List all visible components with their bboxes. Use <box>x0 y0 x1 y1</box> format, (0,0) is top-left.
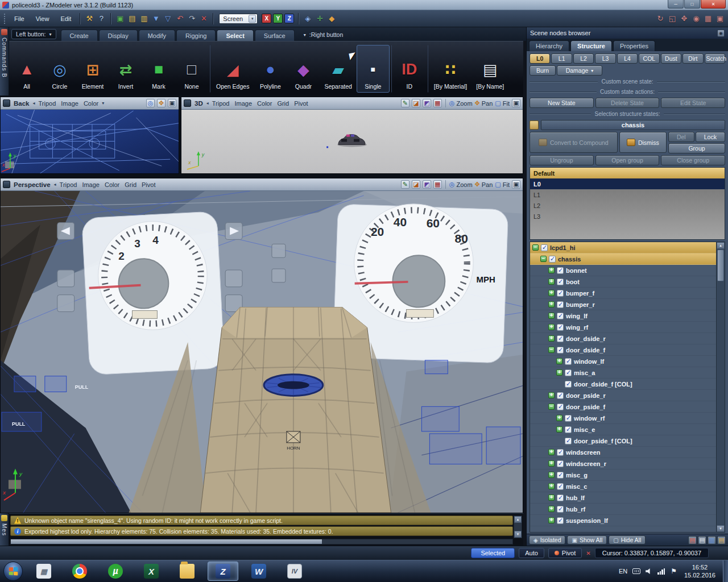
tools-icon[interactable]: ⚒ <box>84 13 95 24</box>
tree-expander-icon[interactable]: + <box>548 290 555 296</box>
tree-expander-icon[interactable]: + <box>548 335 555 342</box>
scrollbar-thumb[interactable] <box>717 250 724 281</box>
tree-node-row[interactable]: + wing_rf <box>530 322 716 333</box>
clear-cursor-icon[interactable] <box>586 550 590 556</box>
perspective-viewport-label[interactable]: Perspective <box>14 181 51 188</box>
3d-viewport-content[interactable]: y x <box>181 110 523 173</box>
screen-mode-select[interactable]: Screen <box>219 14 258 24</box>
tree-node-row[interactable]: + misc_c <box>530 481 716 492</box>
state-default[interactable]: Default <box>530 168 725 178</box>
tab-display[interactable]: Display <box>99 30 138 41</box>
menu-view[interactable]: View <box>31 14 55 24</box>
tree-expander-icon[interactable]: + <box>548 472 555 478</box>
scroll-up-icon[interactable] <box>717 242 725 249</box>
select-single-tool[interactable]: ▪ Single <box>357 45 390 93</box>
new-state-button[interactable]: New State <box>530 98 594 108</box>
tree-expander-icon[interactable]: + <box>548 494 555 501</box>
tab-create[interactable]: Create <box>61 30 98 41</box>
panel-header[interactable]: Scene nodes browser <box>527 27 728 39</box>
state-l3[interactable]: L3 <box>530 211 725 222</box>
tree-node-row[interactable]: door_dside_f [COL] <box>530 379 716 390</box>
select-all-tool[interactable]: ▲ All <box>10 45 43 93</box>
tree-node-checkbox[interactable] <box>557 392 564 399</box>
lod-col-button[interactable]: COL <box>639 53 659 64</box>
tree-node-row[interactable]: + hub_lf <box>530 492 716 504</box>
messages-bar-tab-label[interactable]: Mes <box>1 523 7 536</box>
tree-node-checkbox[interactable] <box>557 278 564 285</box>
left-button-dropdown[interactable]: Left button: <box>11 29 56 39</box>
back-menu-image[interactable]: Image <box>61 100 78 107</box>
tree-node-row[interactable]: − door_pside_f <box>530 401 716 413</box>
viewport-icon[interactable] <box>3 99 10 107</box>
perspective-viewport-content[interactable]: 2 3 4 20 40 60 80 <box>1 191 523 513</box>
gold-page-icon[interactable]: ▤ <box>717 536 726 544</box>
start-button[interactable] <box>3 562 23 581</box>
select-element-tool[interactable]: ⊞ Element <box>76 45 109 93</box>
tree-expander-icon[interactable]: − <box>548 347 555 353</box>
3d-menu-tripod[interactable]: Tripod <box>212 100 230 107</box>
state-l0[interactable]: L0 <box>530 178 725 189</box>
viewport-collapse-icon[interactable] <box>54 182 56 187</box>
orbit-view-icon[interactable]: ◉ <box>690 13 702 24</box>
snap-icon[interactable]: ◆ <box>326 13 337 24</box>
delete-icon[interactable]: ✕ <box>198 13 209 24</box>
tree-expander-icon[interactable]: + <box>548 460 555 467</box>
lod-dirt-button[interactable]: Dirt <box>682 53 703 64</box>
tree-expander-icon[interactable]: + <box>548 517 555 523</box>
redo-icon[interactable]: ↷ <box>186 13 197 24</box>
pin-panel-icon[interactable] <box>717 30 725 37</box>
paint-mode-icon[interactable] <box>412 180 420 189</box>
close-button[interactable] <box>701 0 726 9</box>
tree-node-row[interactable]: + misc_a <box>530 367 716 379</box>
tree-node-checkbox[interactable] <box>565 369 572 376</box>
tree-node-row[interactable]: + misc_g <box>530 469 716 481</box>
select-none-tool[interactable]: □ None <box>175 45 208 93</box>
select-mark-tool[interactable]: ■ Mark <box>142 45 175 93</box>
isolated-button[interactable]: Isolated <box>529 535 565 544</box>
tree-node-checkbox[interactable] <box>557 301 564 308</box>
ungroup-button[interactable]: Ungroup <box>530 155 594 165</box>
tree-node-checkbox[interactable] <box>557 517 564 524</box>
3d-viewport-canvas[interactable]: y x <box>181 110 523 173</box>
lod-l0-button[interactable]: L0 <box>530 53 550 64</box>
network-icon[interactable] <box>657 568 665 575</box>
log-message[interactable]: Unknown object name "sirenglass_4". Usin… <box>10 516 513 525</box>
tree-node-checkbox[interactable] <box>565 381 572 388</box>
select-by-name-tool[interactable]: ▤ [By Name] <box>471 45 508 93</box>
select-quadr-tool[interactable]: ◆ Quadr <box>287 45 320 93</box>
back-menu-tripod[interactable]: Tripod <box>39 100 56 107</box>
layout-views-icon[interactable]: ▦ <box>702 13 714 24</box>
help-icon[interactable]: ? <box>96 13 107 24</box>
state-l2[interactable]: L2 <box>530 200 725 211</box>
maximize-viewport-icon[interactable] <box>168 99 176 107</box>
taskbar-zmodeler-icon[interactable]: Z <box>208 562 238 581</box>
tree-node-row[interactable]: + window_lf <box>530 356 716 367</box>
pan-control[interactable]: Pan <box>475 181 493 188</box>
tree-node-row[interactable]: + suspension_lf <box>530 515 716 526</box>
fit-control[interactable]: Fit <box>495 99 510 107</box>
tree-expander-icon[interactable]: + <box>548 267 555 273</box>
back-viewport-label[interactable]: Back <box>14 100 30 107</box>
commands-bar-tab-label[interactable]: Commands B <box>1 38 7 78</box>
back-menu-color[interactable]: Color <box>84 100 98 107</box>
tree-expander-icon[interactable]: + <box>556 426 562 433</box>
scroll-up-icon[interactable] <box>514 516 522 523</box>
tree-node-checkbox[interactable] <box>557 460 564 467</box>
tree-node-row[interactable]: + bonnet <box>530 265 716 276</box>
tree-node-row[interactable]: + bumper_r <box>530 299 716 310</box>
tree-node-row[interactable]: + door_dside_r <box>530 333 716 344</box>
back-viewport-content[interactable]: y x <box>1 110 179 173</box>
fullscreen-icon[interactable]: ▣ <box>714 13 726 24</box>
select-invert-tool[interactable]: ⇄ Invert <box>109 45 142 93</box>
lod-l4-button[interactable]: L4 <box>617 53 638 64</box>
tree-node-row[interactable]: + misc_e <box>530 424 716 435</box>
tree-scrollbar[interactable] <box>716 242 725 532</box>
tree-node-checkbox[interactable] <box>557 472 564 479</box>
back-viewport-canvas[interactable]: y x <box>1 110 179 173</box>
minimize-button[interactable] <box>668 0 684 9</box>
taskbar-chrome-icon[interactable] <box>64 562 95 581</box>
taskbar-utorrent-icon[interactable]: µ <box>100 562 131 581</box>
3d-menu-pivot[interactable]: Pivot <box>294 100 308 107</box>
log-message[interactable]: Exported highest lod only. Hierarchy ele… <box>10 526 513 536</box>
persp-menu-grid[interactable]: Grid <box>125 181 136 188</box>
